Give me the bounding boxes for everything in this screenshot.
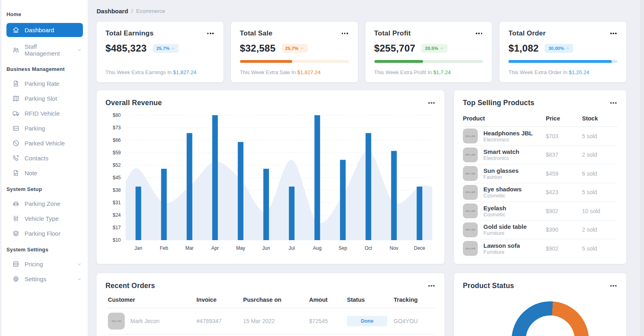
stat-progress-bar <box>508 60 617 63</box>
revenue-chart-title: Overall Revenue <box>105 99 162 107</box>
sidebar-item-label: Parking Rate <box>25 80 60 87</box>
table-row[interactable]: 200 x 200 Eyelash Cosmetic $902 10 sold <box>463 202 617 221</box>
recent-orders-card: Recent Orders Customer Invoice Pusrchase… <box>97 273 444 336</box>
breadcrumb-separator: / <box>131 8 133 15</box>
app-root: HomeDashboardStaff ManagementBusiness Ma… <box>0 0 644 336</box>
stat-value: $485,323 <box>105 43 147 54</box>
ellipsis-menu-icon[interactable] <box>340 31 349 36</box>
stat-trend-badge: 30.00% <box>545 44 573 53</box>
sidebar-item-parking-floor[interactable]: Parking Floor <box>2 226 88 241</box>
sidebar-item-parking[interactable]: Parking <box>2 121 88 136</box>
breadcrumb-current[interactable]: Dashboard <box>97 8 128 15</box>
product-thumbnail-placeholder: 200 x 200 <box>463 185 478 200</box>
table-row[interactable]: 200 x 200 Lawson sofa Furniture $902 5 s… <box>463 239 617 258</box>
orders-col-invoice: Invoice <box>196 297 243 303</box>
stat-card-total-order: Total Order $1,082 30.00% This Week Extr… <box>500 22 626 82</box>
stat-trend-badge: 20.5% <box>421 44 448 53</box>
stat-progress-bar <box>374 60 483 63</box>
order-purchase-date: 15 Mar 2022 <box>243 318 309 324</box>
page-scrollbar[interactable] <box>640 0 644 336</box>
product-name: Gold side table <box>483 223 527 230</box>
orders-col-amount: Amout <box>309 297 347 303</box>
main-content: Dashboard / Ecommerce Total Earnings $48… <box>88 0 644 336</box>
svg-text:Jun: Jun <box>262 245 270 251</box>
product-price: $459 <box>546 170 582 177</box>
sidebar-item-parked-vehicle[interactable]: Parked Vehicle <box>2 136 88 151</box>
product-stock: 2 sold <box>582 151 617 158</box>
svg-text:Mar: Mar <box>185 245 194 251</box>
sidebar-item-pricing[interactable]: Pricing <box>2 257 88 272</box>
revenue-chart: $80$73$66$59$52$45$38$31$24$17$10JanFebM… <box>97 107 444 255</box>
table-row[interactable]: 200 x 200 Gold side table Furniture $390… <box>463 221 617 240</box>
svg-text:$38: $38 <box>113 187 121 193</box>
sidebar-item-label: Parking <box>25 125 45 132</box>
product-name: Lawson sofa <box>483 242 520 249</box>
product-thumbnail-placeholder: 200 x 200 <box>463 203 478 218</box>
ellipsis-menu-icon[interactable] <box>608 31 617 36</box>
chevron-down-icon <box>76 276 82 282</box>
table-row[interactable]: 200 x 200 Smart watch Electronics $837 2… <box>463 146 617 165</box>
stat-card-total-sale: Total Sale $32,585 25.7% This Week Extra… <box>231 22 358 82</box>
svg-text:$24: $24 <box>113 212 121 218</box>
chevron-up-icon <box>566 46 570 50</box>
products-table: Product Price Stock 200 x 200 Headphones… <box>454 107 626 258</box>
sidebar-section-label: Home <box>2 6 88 21</box>
ellipsis-menu-icon[interactable] <box>608 101 617 106</box>
stat-title: Total Order <box>508 29 546 37</box>
sidebar-item-staff-management[interactable]: Staff Management <box>2 39 88 60</box>
sidebar-item-vehicle-type[interactable]: Vehicle Type <box>2 211 88 226</box>
product-thumbnail-placeholder: 200 x 200 <box>463 241 478 256</box>
orders-title: Recent Orders <box>105 282 155 290</box>
orders-col-status: Status <box>347 297 394 303</box>
sidebar-item-label: Pricing <box>25 261 43 268</box>
ellipsis-menu-icon[interactable] <box>426 101 436 106</box>
svg-text:$59: $59 <box>113 150 121 156</box>
products-table-header: Product Price Stock <box>463 111 617 127</box>
sidebar-item-rfid-vehicle[interactable]: RFID Vehicle <box>2 106 88 121</box>
table-row[interactable]: 100 x 100 Mark Jecon #4789347 15 Mar 202… <box>108 308 436 334</box>
gear-icon <box>12 275 20 283</box>
orders-table-header: Customer Invoice Pusrchase on Amout Stat… <box>108 292 436 308</box>
stat-footer-amount: $1,20.24 <box>569 69 589 75</box>
sidebar-item-parking-zone[interactable]: Parking Zone <box>2 196 88 211</box>
products-col-price: Price <box>546 115 582 122</box>
customer-avatar-placeholder: 100 x 100 <box>108 313 125 330</box>
stat-title: Total Sale <box>240 29 272 37</box>
sidebar-item-settings[interactable]: Settings <box>2 272 88 286</box>
stats-row: Total Earnings $485,323 25.7% This Week … <box>97 22 626 82</box>
sidebar-section-label: System Setup <box>2 180 88 196</box>
svg-text:$31: $31 <box>113 200 121 205</box>
sidebar-item-dashboard[interactable]: Dashboard <box>6 23 83 37</box>
table-row[interactable]: 200 x 200 Sun glasses Fashion $459 6 sol… <box>463 164 617 183</box>
sidebar-item-label: Staff Management <box>25 43 72 57</box>
map-icon <box>12 95 20 102</box>
svg-text:Apr: Apr <box>211 245 219 251</box>
sidebar-item-note[interactable]: Note <box>2 166 88 180</box>
sidebar-item-label: Contacts <box>25 155 48 162</box>
ellipsis-menu-icon[interactable] <box>205 31 215 36</box>
sidebar-item-label: Note <box>25 170 37 176</box>
stat-progress-bar <box>240 60 349 63</box>
server-icon <box>12 260 20 268</box>
sidebar-item-label: Vehicle Type <box>25 215 59 222</box>
ellipsis-menu-icon[interactable] <box>426 284 436 288</box>
sidebar-item-parking-slot[interactable]: Parking Slot <box>2 91 88 106</box>
ellipsis-menu-icon[interactable] <box>608 284 617 288</box>
table-row-partial <box>108 334 436 336</box>
product-category: Cosmetic <box>483 193 522 199</box>
table-row[interactable]: 200 x 200 Headphones JBL Electronics $70… <box>463 127 617 146</box>
product-price: $902 <box>546 245 582 252</box>
product-name: Eyelash <box>483 205 506 212</box>
svg-text:$17: $17 <box>113 225 121 230</box>
stat-value: $1,082 <box>508 43 539 54</box>
ellipsis-menu-icon[interactable] <box>474 31 483 36</box>
product-status-title: Product Status <box>463 282 514 290</box>
svg-text:Aug: Aug <box>313 245 322 251</box>
order-customer: Mark Jecon <box>130 318 159 324</box>
sidebar-item-contacts[interactable]: Contacts <box>2 151 88 166</box>
table-row[interactable]: 200 x 200 Eye shadows Cosmetic $423 5 so… <box>463 183 617 202</box>
stat-footer: This Week Extra Sale In $1,827.24 <box>240 69 349 75</box>
product-price: $390 <box>546 226 582 233</box>
sidebar-item-parking-rate[interactable]: Parking Rate <box>2 76 88 91</box>
chevron-up-icon <box>440 46 444 50</box>
